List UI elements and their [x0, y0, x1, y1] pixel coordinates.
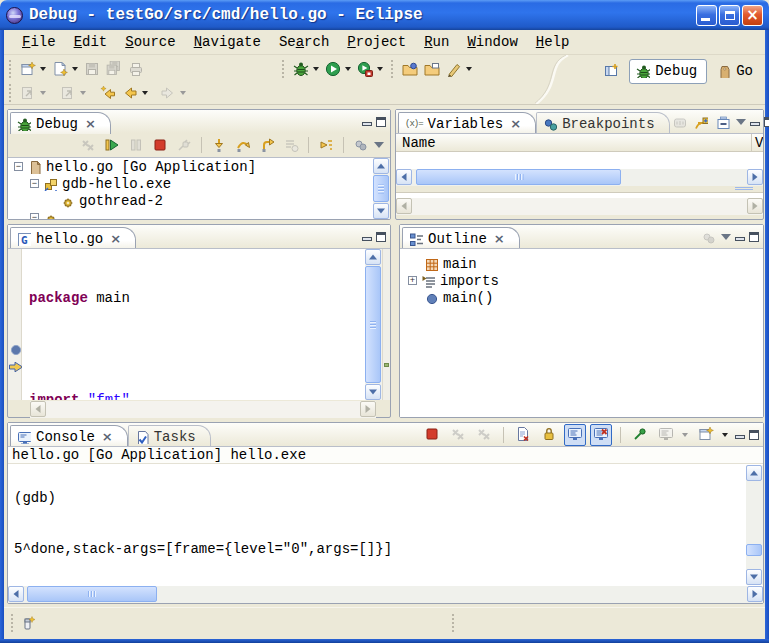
outline-settings-button[interactable]	[699, 228, 717, 246]
column-header-value[interactable]: Value	[755, 135, 763, 151]
console-hscrollbar[interactable]	[8, 586, 763, 603]
new-wizard-button[interactable]	[17, 58, 39, 80]
maximize-view-button[interactable]	[376, 232, 386, 242]
pin-console-button[interactable]	[629, 424, 651, 446]
last-edit-dropdown[interactable]	[40, 91, 46, 95]
collapse-expander[interactable]: −	[30, 213, 39, 219]
menu-search[interactable]: Search	[271, 32, 337, 52]
remove-all-launches-button[interactable]	[473, 424, 495, 446]
step-into-button[interactable]	[208, 134, 230, 156]
save-all-button[interactable]	[103, 58, 125, 80]
tab-debug[interactable]: Debug ×	[10, 112, 111, 134]
breakpoint-icon[interactable]	[8, 342, 22, 356]
minimize-button[interactable]	[696, 5, 717, 26]
menu-navigate[interactable]: Navigate	[186, 32, 269, 52]
view-menu-chevron[interactable]	[721, 234, 731, 240]
menu-project[interactable]: Project	[339, 32, 414, 52]
maximize-view-button[interactable]	[749, 430, 759, 440]
debug-button[interactable]	[290, 58, 312, 80]
terminate-console-button[interactable]	[421, 424, 443, 446]
tab-breakpoints[interactable]: Breakpoints	[536, 112, 669, 134]
close-tab-icon[interactable]: ×	[110, 232, 121, 245]
variables-sash[interactable]	[396, 186, 763, 192]
open-type-button[interactable]	[399, 58, 421, 80]
close-tab-icon[interactable]: ×	[494, 232, 505, 245]
forward-dropdown[interactable]	[180, 91, 186, 95]
menu-edit[interactable]: Edit	[66, 32, 116, 52]
menu-help[interactable]: Help	[528, 32, 578, 52]
statusbar-grip[interactable]	[451, 614, 456, 634]
maximize-button[interactable]	[719, 5, 740, 26]
perspective-go-button[interactable]: Go	[713, 61, 757, 81]
minimize-view-button[interactable]	[735, 435, 745, 439]
debug-dropdown[interactable]	[313, 67, 319, 71]
menu-run[interactable]: Run	[416, 32, 457, 52]
open-console-dropdown[interactable]	[722, 433, 728, 437]
collapse-all-button[interactable]	[714, 113, 732, 131]
minimize-view-button[interactable]	[735, 237, 745, 241]
resume-button[interactable]	[101, 134, 123, 156]
close-button[interactable]: ×	[742, 5, 763, 26]
new-file-dropdown[interactable]	[72, 67, 78, 71]
console-output[interactable]: (gdb) 5^done,stack-args=[frame={level="0…	[9, 465, 745, 585]
code-editor[interactable]: package main import "fmt" func main() { …	[23, 249, 358, 400]
toolbar-grip[interactable]	[281, 60, 286, 78]
editor-vscrollbar[interactable]	[365, 249, 382, 400]
tab-hello-go[interactable]: hello.go ×	[10, 227, 136, 249]
collapse-expander[interactable]: −	[14, 162, 23, 171]
run-dropdown[interactable]	[345, 67, 351, 71]
overview-ruler[interactable]	[382, 249, 390, 400]
print-button[interactable]	[125, 58, 147, 80]
maximize-view-button[interactable]	[376, 117, 386, 127]
view-menu-chevron[interactable]	[736, 119, 746, 125]
back-to-button[interactable]	[97, 82, 119, 104]
outline-item-imports[interactable]: + imports	[400, 272, 763, 289]
instruction-stepping-button[interactable]	[280, 134, 302, 156]
editor-hscrollbar[interactable]	[30, 401, 376, 418]
statusbar-grip[interactable]	[10, 614, 15, 634]
maximize-view-button[interactable]	[749, 232, 759, 242]
terminate-button[interactable]	[149, 134, 171, 156]
show-stdout-button[interactable]	[564, 424, 586, 446]
minimize-view-button[interactable]	[362, 237, 372, 241]
perspective-debug-button[interactable]: Debug	[629, 59, 707, 84]
debug-view-settings-button[interactable]	[350, 134, 372, 156]
save-button[interactable]	[81, 58, 103, 80]
menu-window[interactable]: Window	[459, 32, 525, 52]
toolbar-grip[interactable]	[8, 84, 13, 102]
clear-console-button[interactable]	[512, 424, 534, 446]
expand-expander[interactable]: +	[408, 276, 417, 285]
forward-button[interactable]	[157, 82, 179, 104]
run-button[interactable]	[322, 58, 344, 80]
external-tools-dropdown[interactable]	[377, 67, 383, 71]
minimize-view-button[interactable]	[362, 122, 372, 126]
open-perspective-button[interactable]	[601, 60, 623, 82]
debug-tree-row-launch[interactable]: − hello.go [Go Application]	[8, 158, 373, 175]
minimize-view-button[interactable]	[750, 122, 760, 126]
collapse-expander[interactable]: −	[30, 179, 39, 188]
variables-table-empty[interactable]	[396, 152, 763, 169]
external-tools-button[interactable]	[354, 58, 376, 80]
tab-tasks[interactable]: Tasks	[128, 425, 211, 447]
step-return-button[interactable]	[256, 134, 278, 156]
back-button[interactable]	[119, 82, 141, 104]
close-tab-icon[interactable]: ×	[510, 117, 521, 130]
remove-launch-button[interactable]	[447, 424, 469, 446]
toolbar-grip[interactable]	[8, 60, 13, 78]
mark-occurrences-button[interactable]	[443, 58, 465, 80]
go-into-dropdown[interactable]	[80, 91, 86, 95]
debug-tree-row-thread[interactable]: gothread-2	[8, 192, 373, 209]
open-resource-button[interactable]	[421, 58, 443, 80]
scroll-lock-button[interactable]	[538, 424, 560, 446]
display-selected-console-button[interactable]	[655, 424, 677, 446]
tab-console[interactable]: Console ×	[10, 425, 128, 447]
new-wizard-dropdown[interactable]	[40, 67, 46, 71]
fast-view-button[interactable]	[19, 613, 41, 635]
debug-tree-vscrollbar[interactable]	[373, 158, 390, 219]
overview-debug-mark[interactable]	[384, 363, 389, 367]
disconnect-button[interactable]	[173, 134, 195, 156]
go-into-button[interactable]	[57, 82, 79, 104]
show-stderr-button[interactable]	[590, 424, 612, 446]
show-type-names-button[interactable]	[670, 113, 688, 131]
detail-pane-hscrollbar[interactable]	[396, 198, 763, 215]
